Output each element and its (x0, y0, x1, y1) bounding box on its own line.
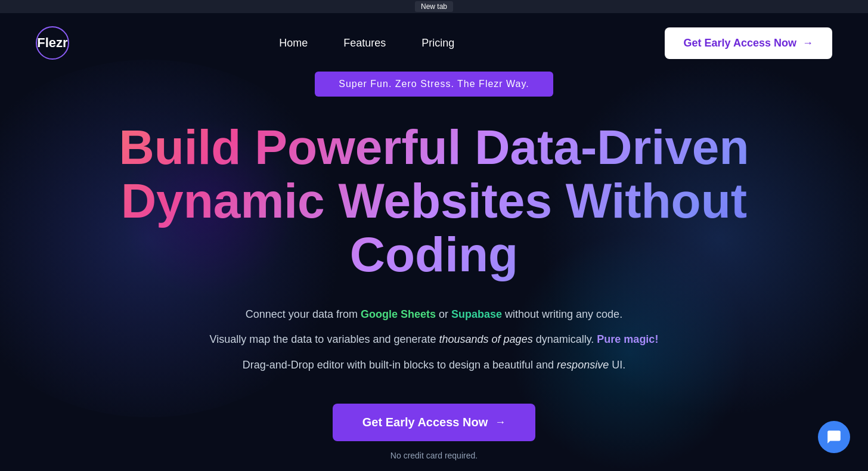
cta-nav-arrow: → (802, 37, 813, 49)
google-sheets-link: Google Sheets (361, 308, 436, 320)
pure-magic-text: Pure magic! (597, 333, 658, 345)
logo-circle: Flezr (36, 26, 69, 60)
hero-section: Super Fun. Zero Stress. The Flezr Way. B… (29, 61, 839, 471)
nav-link-features[interactable]: Features (343, 37, 386, 49)
chat-icon (826, 429, 842, 445)
nav-item-pricing[interactable]: Pricing (421, 37, 454, 49)
responsive-text: responsive (557, 359, 609, 371)
nav-link-home[interactable]: Home (279, 37, 308, 49)
hero-desc-line1: Connect your data from Google Sheets or … (210, 306, 659, 323)
tagline-badge: Super Fun. Zero Stress. The Flezr Way. (315, 72, 553, 97)
cta-hero-button[interactable]: Get Early Access Now → (333, 404, 535, 441)
nav-item-home[interactable]: Home (279, 37, 308, 49)
tab-bar: New tab (0, 0, 868, 13)
hero-description: Connect your data from Google Sheets or … (210, 306, 659, 374)
chat-button[interactable] (818, 421, 850, 453)
logo-text: Flezr (37, 35, 67, 51)
tab-label: New tab (415, 1, 453, 12)
nav-link-pricing[interactable]: Pricing (421, 37, 454, 49)
hero-desc-line2: Visually map the data to variables and g… (210, 331, 659, 348)
cta-hero-arrow: → (495, 416, 506, 429)
supabase-link: Supabase (451, 308, 502, 320)
nav-links: Home Features Pricing (279, 37, 454, 49)
logo[interactable]: Flezr (36, 26, 69, 60)
page: Flezr Home Features Pricing Get Early Ac… (0, 13, 868, 471)
nav-item-features[interactable]: Features (343, 37, 386, 49)
cta-hero-label: Get Early Access Now (362, 416, 488, 429)
cta-nav-label: Get Early Access Now (684, 37, 796, 49)
no-credit-text: No credit card required. (390, 451, 478, 460)
hero-desc-line3: Drag-and-Drop editor with built-in block… (210, 357, 659, 374)
hero-title: Build Powerful Data-Driven Dynamic Websi… (76, 120, 792, 282)
cta-nav-button[interactable]: Get Early Access Now → (665, 27, 832, 59)
thousands-of-pages: thousands of pages (439, 333, 533, 345)
